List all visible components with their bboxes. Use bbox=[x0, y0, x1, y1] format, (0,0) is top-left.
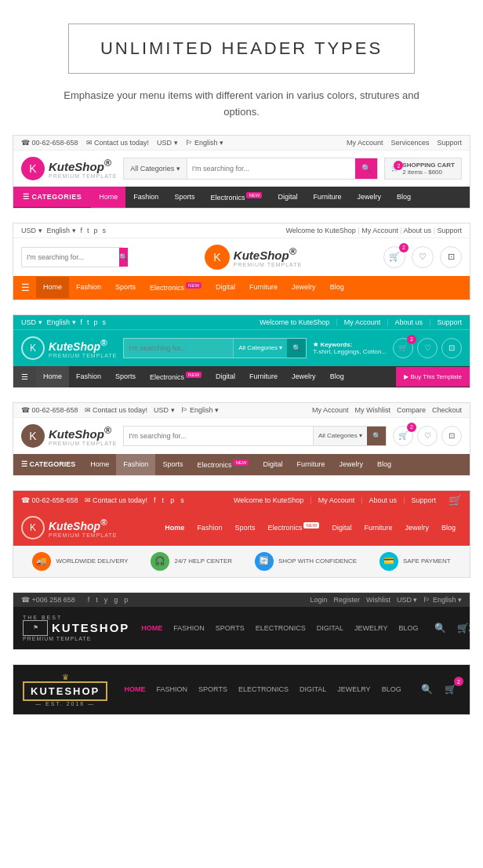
h4-compare[interactable]: Compare bbox=[397, 406, 426, 414]
h5-nav-sports[interactable]: Sports bbox=[228, 519, 261, 536]
h4-category-dropdown[interactable]: All Categories ▾ bbox=[313, 427, 367, 445]
category-dropdown[interactable]: All Categories ▾ bbox=[124, 158, 187, 179]
h5-nav-fashion[interactable]: Fashion bbox=[191, 519, 228, 536]
h2-support[interactable]: Support bbox=[437, 227, 462, 234]
h4-categories-btn[interactable]: ☰ CATEGORIES bbox=[21, 454, 83, 474]
h6-nav-electronics[interactable]: ELECTRONICS bbox=[250, 620, 311, 636]
h3-nav-blog[interactable]: Blog bbox=[323, 366, 351, 387]
h3-search-input[interactable] bbox=[124, 339, 233, 358]
h6-nav-digital[interactable]: DIGITAL bbox=[311, 620, 349, 636]
h4-nav-furniture[interactable]: Furniture bbox=[289, 454, 332, 475]
h7-nav-fashion[interactable]: FASHION bbox=[151, 681, 194, 697]
currency-select[interactable]: USD ▾ bbox=[157, 139, 178, 147]
h2-search-button[interactable]: 🔍 bbox=[119, 248, 128, 267]
h4-nav-blog[interactable]: Blog bbox=[370, 454, 398, 475]
nav-item-jewelry[interactable]: Jewelry bbox=[349, 187, 389, 208]
h3-nav-digital[interactable]: Digital bbox=[209, 366, 242, 387]
h2-menu-btn[interactable]: ☰ bbox=[21, 276, 36, 300]
h7-nav-sports[interactable]: SPORTS bbox=[193, 681, 233, 697]
h4-myaccount[interactable]: My Account bbox=[312, 406, 349, 414]
h2-social[interactable]: s bbox=[103, 227, 107, 234]
h7-nav-home[interactable]: HOME bbox=[119, 681, 151, 697]
h6-cart-icon[interactable]: 🛒 2 bbox=[455, 618, 470, 638]
services-link[interactable]: Servicences bbox=[390, 139, 429, 147]
categories-btn[interactable]: ☰ CATEGORIES bbox=[13, 187, 91, 207]
h3-about[interactable]: About us bbox=[395, 318, 423, 326]
h2-myaccount[interactable]: My Account bbox=[361, 227, 398, 234]
h5-nav-electronics[interactable]: ElectronicsNEW bbox=[261, 518, 325, 536]
h5-nav-blog[interactable]: Blog bbox=[435, 519, 462, 536]
h3-category-dropdown[interactable]: All Categories ▾ bbox=[233, 339, 287, 358]
h6-nav-jewelry[interactable]: JEWELRY bbox=[349, 620, 393, 636]
h4-wishlist-icon[interactable]: ♡ bbox=[417, 426, 438, 446]
h6-register[interactable]: Register bbox=[333, 596, 360, 604]
nav-item-fashion[interactable]: Fashion bbox=[125, 187, 166, 208]
h4-nav-sports[interactable]: Sports bbox=[155, 454, 190, 475]
h2-facebook[interactable]: f bbox=[81, 227, 83, 234]
h6-gp[interactable]: g bbox=[114, 596, 118, 604]
h4-compare-icon[interactable]: ⊡ bbox=[441, 426, 462, 446]
compare-icon[interactable]: ⊡ bbox=[440, 246, 462, 268]
h1-cart[interactable]: 🛒 2 SHOPPING CART 2 items - $600 bbox=[384, 158, 462, 180]
h4-nav-jewelry[interactable]: Jewelry bbox=[332, 454, 370, 475]
h3-nav-jewelry[interactable]: Jewelry bbox=[285, 366, 323, 387]
h6-currency[interactable]: USD ▾ bbox=[397, 596, 418, 604]
lang-select[interactable]: 🏳 English ▾ bbox=[186, 139, 224, 147]
h5-so[interactable]: s bbox=[180, 496, 184, 504]
h5-nav-digital[interactable]: Digital bbox=[325, 519, 358, 536]
h2-nav-sports[interactable]: Sports bbox=[108, 277, 143, 298]
h7-search-icon[interactable]: 🔍 bbox=[418, 680, 437, 699]
h5-cart-top[interactable]: 🛒 bbox=[448, 494, 462, 507]
h4-lang[interactable]: 🏳 English ▾ bbox=[181, 406, 220, 414]
h5-fb[interactable]: f bbox=[154, 496, 156, 504]
h3-support[interactable]: Support bbox=[437, 318, 462, 326]
h4-nav-digital[interactable]: Digital bbox=[256, 454, 289, 475]
h3-so[interactable]: s bbox=[103, 318, 107, 326]
h5-myaccount[interactable]: My Account bbox=[318, 496, 355, 504]
h3-tw[interactable]: t bbox=[87, 318, 89, 326]
nav-item-digital[interactable]: Digital bbox=[270, 187, 305, 208]
h5-nav-jewelry[interactable]: Jewelry bbox=[398, 519, 435, 536]
h3-search-button[interactable]: 🔍 bbox=[287, 339, 306, 358]
h3-cart-icon[interactable]: 🛒 2 bbox=[393, 338, 413, 358]
nav-item-blog[interactable]: Blog bbox=[389, 187, 419, 208]
h3-lang[interactable]: English ▾ bbox=[47, 318, 76, 326]
h2-pinterest[interactable]: p bbox=[94, 227, 98, 234]
h7-nav-jewelry[interactable]: JEWELRY bbox=[332, 681, 376, 697]
h4-wishlist[interactable]: My Wishlist bbox=[354, 406, 390, 414]
support-link[interactable]: Support bbox=[437, 139, 462, 147]
search-button[interactable]: 🔍 bbox=[355, 158, 377, 179]
h2-lang[interactable]: English ▾ bbox=[47, 227, 76, 234]
h7-nav-digital[interactable]: DIGITAL bbox=[294, 681, 332, 697]
h2-nav-electronics[interactable]: ElectronicsNEW bbox=[143, 277, 209, 298]
h2-nav-jewelry[interactable]: Jewelry bbox=[285, 277, 323, 298]
h6-pi[interactable]: p bbox=[124, 596, 128, 604]
nav-item-furniture[interactable]: Furniture bbox=[305, 187, 349, 208]
h6-nav-blog[interactable]: BLOG bbox=[393, 620, 423, 636]
h6-yt[interactable]: y bbox=[104, 596, 108, 604]
h7-cart-icon[interactable]: 🛒 2 bbox=[441, 680, 460, 699]
nav-item-sports[interactable]: Sports bbox=[166, 187, 202, 208]
h2-nav-home[interactable]: Home bbox=[36, 277, 69, 298]
h6-search-icon[interactable]: 🔍 bbox=[430, 618, 450, 638]
h5-about[interactable]: About us bbox=[369, 496, 398, 504]
h5-support[interactable]: Support bbox=[411, 496, 436, 504]
h5-pi[interactable]: p bbox=[170, 496, 174, 504]
search-input[interactable] bbox=[187, 158, 355, 179]
h3-nav-sports[interactable]: Sports bbox=[108, 366, 143, 387]
h6-lang[interactable]: 🏳 English ▾ bbox=[423, 596, 462, 604]
h2-nav-blog[interactable]: Blog bbox=[323, 277, 351, 298]
h5-nav-home[interactable]: Home bbox=[158, 519, 191, 536]
h2-twitter[interactable]: t bbox=[87, 227, 89, 234]
h2-about[interactable]: About us bbox=[404, 227, 432, 234]
h4-search-button[interactable]: 🔍 bbox=[367, 427, 386, 445]
h3-nav-fashion[interactable]: Fashion bbox=[69, 366, 108, 387]
h6-fb[interactable]: f bbox=[88, 596, 90, 604]
h4-nav-electronics[interactable]: ElectronicsNEW bbox=[190, 454, 256, 475]
h3-currency[interactable]: USD ▾ bbox=[21, 318, 42, 326]
h6-wishlist[interactable]: Wishlist bbox=[366, 596, 390, 604]
h4-currency[interactable]: USD ▾ bbox=[154, 406, 175, 414]
h3-pi[interactable]: p bbox=[94, 318, 98, 326]
h3-nav-home[interactable]: Home bbox=[36, 366, 69, 387]
h4-nav-home[interactable]: Home bbox=[83, 454, 116, 475]
